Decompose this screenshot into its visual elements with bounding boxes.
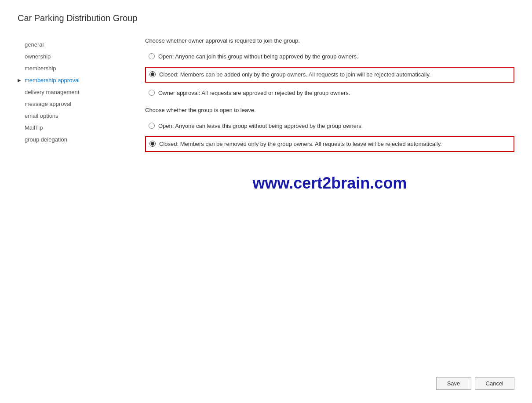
sidebar-item-group-delegation[interactable]: group delegation — [18, 134, 132, 145]
save-button[interactable]: Save — [436, 377, 471, 390]
sidebar-arrow-icon: ▶ — [18, 78, 25, 83]
page-title: Car Parking Distribution Group — [18, 13, 514, 23]
radio-label-open-leave: Open: Anyone can leave this group withou… — [158, 122, 511, 131]
sidebar-item-label: membership approval — [25, 77, 132, 84]
sidebar-item-ownership[interactable]: ownership — [18, 51, 132, 62]
footer-buttons: Save Cancel — [18, 368, 514, 390]
leave-radio-group: Open: Anyone can leave this group withou… — [145, 119, 514, 152]
sidebar-item-label: delivery management — [25, 89, 132, 95]
sidebar-item-label: MailTip — [25, 124, 132, 131]
radio-input-closed-leave[interactable] — [149, 141, 156, 147]
radio-label-closed-leave: Closed: Members can be removed only by t… — [159, 140, 510, 149]
sidebar-item-membership-approval[interactable]: ▶membership approval — [18, 74, 132, 86]
main-content: Choose whether owner approval is require… — [132, 36, 514, 368]
join-radio-group: Open: Anyone can join this group without… — [145, 50, 514, 100]
content-area: generalownershipmembership▶membership ap… — [18, 36, 514, 368]
radio-option-closed-join[interactable]: Closed: Members can be added only by the… — [145, 67, 514, 83]
radio-input-owner-approval-join[interactable] — [149, 90, 155, 96]
radio-option-owner-approval-join[interactable]: Owner approval: All requests are approve… — [145, 86, 514, 100]
sidebar-item-general[interactable]: general — [18, 39, 132, 51]
leave-section-description: Choose whether the group is open to leav… — [145, 106, 514, 115]
radio-option-closed-leave[interactable]: Closed: Members can be removed only by t… — [145, 136, 514, 152]
radio-label-owner-approval-join: Owner approval: All requests are approve… — [158, 89, 511, 98]
sidebar-item-label: group delegation — [25, 136, 132, 143]
sidebar-item-label: email options — [25, 113, 132, 119]
watermark: www.cert2brain.com — [145, 174, 514, 192]
radio-input-open-join[interactable] — [149, 53, 155, 59]
sidebar-item-message-approval[interactable]: message approval — [18, 98, 132, 110]
radio-option-open-join[interactable]: Open: Anyone can join this group without… — [145, 50, 514, 64]
radio-option-open-leave[interactable]: Open: Anyone can leave this group withou… — [145, 119, 514, 133]
cancel-button[interactable]: Cancel — [475, 377, 514, 390]
radio-input-closed-join[interactable] — [149, 71, 156, 77]
sidebar-item-delivery-management[interactable]: delivery management — [18, 86, 132, 98]
join-section-description: Choose whether owner approval is require… — [145, 36, 514, 45]
sidebar-item-membership[interactable]: membership — [18, 62, 132, 74]
sidebar-item-label: message approval — [25, 101, 132, 107]
radio-label-open-join: Open: Anyone can join this group without… — [158, 52, 511, 61]
sidebar-item-label: membership — [25, 65, 132, 72]
bottom-area: Save Cancel — [18, 368, 514, 390]
sidebar-item-email-options[interactable]: email options — [18, 110, 132, 122]
sidebar: generalownershipmembership▶membership ap… — [18, 36, 132, 368]
radio-label-closed-join: Closed: Members can be added only by the… — [159, 70, 510, 79]
radio-input-open-leave[interactable] — [149, 123, 155, 129]
sidebar-item-label: general — [25, 41, 132, 48]
sidebar-item-label: ownership — [25, 53, 132, 60]
sidebar-item-mailtip[interactable]: MailTip — [18, 122, 132, 134]
page-container: Car Parking Distribution Group generalow… — [0, 0, 532, 403]
